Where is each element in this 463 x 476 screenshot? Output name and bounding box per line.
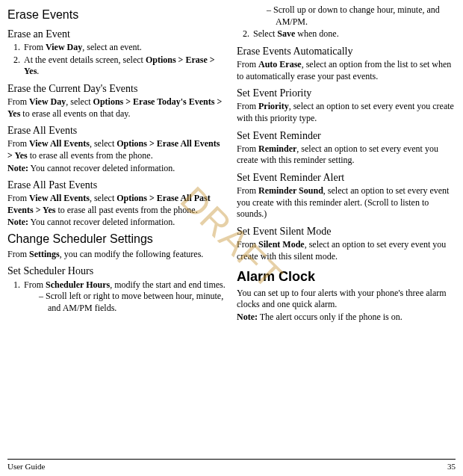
heading-erase-an-event: Erase an Event bbox=[7, 28, 226, 41]
heading-alarm-clock: Alarm Clock bbox=[237, 268, 456, 285]
right-column: Scroll up or down to change hour, minute… bbox=[237, 4, 456, 448]
text: From bbox=[7, 249, 29, 259]
bold: Reminder bbox=[258, 143, 296, 154]
step-2: Select Save when done. bbox=[252, 28, 456, 40]
text: At the event details screen, select bbox=[24, 55, 146, 65]
bold: View All Events bbox=[29, 193, 90, 203]
text: , modify the start and end times. bbox=[110, 279, 226, 290]
heading-change-scheduler: Change Scheduler Settings bbox=[7, 232, 226, 247]
heading-set-priority: Set Event Priority bbox=[237, 87, 456, 100]
step-1: From View Day, select an event. bbox=[22, 42, 226, 54]
text: From bbox=[24, 279, 46, 290]
paragraph: From Reminder, select an option to set e… bbox=[237, 143, 456, 167]
paragraph: From View Day, select Options > Erase To… bbox=[7, 96, 226, 120]
heading-erase-current-day: Erase the Current Day's Events bbox=[7, 82, 226, 96]
paragraph: From Auto Erase, select an option from t… bbox=[237, 59, 456, 82]
text: , select bbox=[90, 193, 116, 203]
bold: View All Events bbox=[29, 138, 90, 149]
text: , select bbox=[90, 138, 116, 149]
text: You cannot recover deleted information. bbox=[28, 217, 175, 227]
note: Note: You cannot recover deleted informa… bbox=[7, 163, 226, 175]
heading-set-silent: Set Event Silent Mode bbox=[237, 225, 456, 238]
paragraph: You can set up to four alerts with your … bbox=[237, 288, 456, 311]
bold: Settings bbox=[29, 249, 60, 259]
paragraph: From Reminder Sound, select an option to… bbox=[237, 185, 456, 220]
text: From bbox=[7, 193, 29, 203]
text: The alert occurs only if the phone is on… bbox=[258, 312, 403, 322]
bold: Priority bbox=[258, 101, 289, 111]
step-1: From Scheduler Hours, modify the start a… bbox=[22, 279, 226, 315]
text: From bbox=[7, 96, 29, 107]
page-content: Erase Events Erase an Event From View Da… bbox=[0, 0, 463, 448]
bold: Auto Erase bbox=[258, 59, 302, 69]
paragraph: From Settings, you can modify the follow… bbox=[7, 249, 226, 261]
heading-set-reminder: Set Event Reminder bbox=[237, 129, 456, 143]
paragraph: From View All Events, select Options > E… bbox=[7, 193, 226, 216]
bold: Scheduler Hours bbox=[46, 279, 110, 290]
bold: Save bbox=[277, 28, 295, 39]
text: . bbox=[37, 66, 39, 76]
text: From bbox=[7, 138, 29, 149]
steps-erase-an-event: From View Day, select an event. At the e… bbox=[7, 42, 226, 78]
heading-set-scheduler-hours: Set Scheduler Hours bbox=[7, 265, 226, 278]
heading-set-reminder-alert: Set Event Reminder Alert bbox=[237, 171, 456, 185]
text: From bbox=[237, 239, 258, 250]
text: From bbox=[237, 185, 258, 196]
note: Note: You cannot recover deleted informa… bbox=[7, 217, 226, 229]
note: Note: The alert occurs only if the phone… bbox=[237, 312, 456, 324]
text: You cannot recover deleted information. bbox=[28, 163, 175, 173]
sub-bullet: Scroll up or down to change hour, minute… bbox=[252, 4, 456, 28]
sub-bullet: Scroll left or right to move between hou… bbox=[24, 291, 226, 314]
footer-page-number: 35 bbox=[447, 461, 456, 472]
text: , select an event. bbox=[82, 42, 142, 52]
text: when done. bbox=[295, 28, 338, 39]
text: , select bbox=[66, 96, 93, 107]
bold: Reminder Sound bbox=[258, 185, 323, 196]
text: to erase all past events from the phone. bbox=[55, 205, 197, 215]
step-2: At the event details screen, select Opti… bbox=[22, 55, 226, 78]
bold: View Day bbox=[29, 96, 66, 107]
text: From bbox=[237, 101, 258, 111]
text: From bbox=[237, 59, 258, 69]
paragraph: From Priority, select an option to set e… bbox=[237, 101, 456, 124]
paragraph: From Silent Mode, select an option to se… bbox=[237, 239, 456, 262]
page-footer: User Guide 35 bbox=[7, 459, 456, 472]
bold: View Day bbox=[46, 42, 82, 52]
text: to erase all events on that day. bbox=[20, 108, 130, 119]
heading-erase-all-events: Erase All Events bbox=[7, 124, 226, 137]
text: Select bbox=[253, 28, 277, 39]
heading-erase-all-past: Erase All Past Events bbox=[7, 179, 226, 192]
text: to erase all events from the phone. bbox=[28, 150, 153, 161]
steps-continued: Select Save when done. bbox=[237, 28, 456, 40]
bold: Note: bbox=[7, 163, 28, 173]
bold: Silent Mode bbox=[258, 239, 305, 250]
text: From bbox=[24, 42, 46, 52]
heading-erase-events: Erase Events bbox=[7, 7, 226, 23]
paragraph: From View All Events, select Options > E… bbox=[7, 138, 226, 161]
text: From bbox=[237, 143, 258, 154]
steps-scheduler-hours: From Scheduler Hours, modify the start a… bbox=[7, 279, 226, 315]
footer-left: User Guide bbox=[7, 461, 45, 472]
text: , you can modify the following features. bbox=[60, 249, 204, 259]
left-column: Erase Events Erase an Event From View Da… bbox=[7, 4, 226, 448]
bold: Note: bbox=[237, 312, 258, 322]
heading-erase-auto: Erase Events Automatically bbox=[237, 45, 456, 58]
bold: Note: bbox=[7, 217, 28, 227]
